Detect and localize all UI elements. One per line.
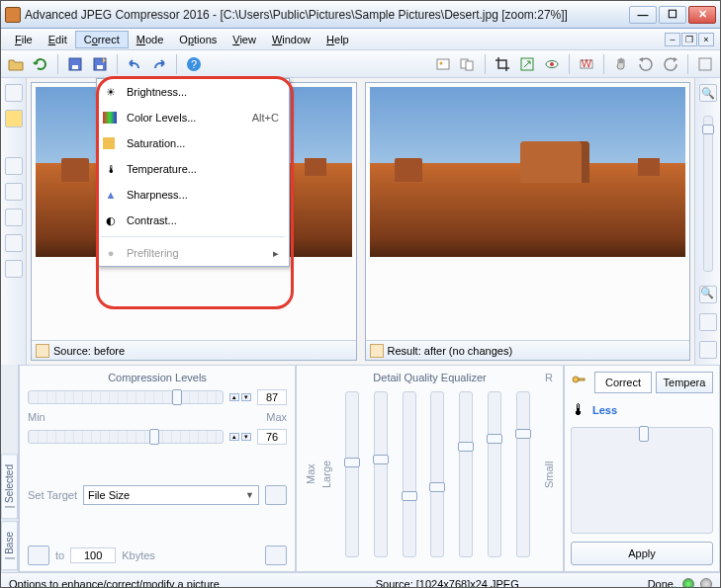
actual-size-icon[interactable] — [699, 341, 717, 359]
open-icon[interactable] — [5, 53, 27, 75]
menu-contrast[interactable]: ◐Contrast... — [97, 208, 289, 233]
compression-value-1[interactable]: 87 — [257, 389, 287, 405]
min-label: Min — [28, 411, 45, 423]
redeye-icon[interactable] — [541, 53, 563, 75]
maximize-button[interactable]: ☐ — [659, 6, 686, 24]
svg-point-16 — [573, 377, 579, 382]
eq-slider-6[interactable] — [488, 391, 501, 557]
target-action-button[interactable] — [265, 485, 287, 505]
save-icon[interactable] — [64, 53, 86, 75]
menu-saturation[interactable]: Saturation... — [97, 130, 289, 156]
svg-point-7 — [440, 61, 443, 64]
bottom-panels: | Selected | Base Compression Levels ▴▾ … — [1, 365, 720, 572]
zoom-out-icon[interactable]: 🔍 — [699, 286, 717, 303]
equalizer-panel: Detail Quality EqualizerR Max Large Smal… — [296, 365, 564, 572]
compression-slider-2[interactable] — [28, 430, 224, 444]
eq-slider-7[interactable] — [516, 391, 530, 557]
save-as-icon[interactable] — [89, 53, 111, 75]
fullscreen-icon[interactable] — [694, 53, 716, 75]
menu-view[interactable]: View — [225, 32, 264, 47]
minimize-button[interactable]: — — [629, 6, 657, 24]
result-image[interactable] — [366, 83, 690, 340]
spin-down-2[interactable]: ▾ — [241, 433, 251, 441]
undo-icon[interactable] — [124, 53, 145, 75]
dock-thumbnails-icon[interactable] — [5, 84, 23, 102]
reload-icon[interactable] — [30, 53, 51, 75]
eq-slider-5[interactable] — [459, 391, 473, 557]
status-done: Done. — [648, 578, 676, 589]
eq-slider-2[interactable] — [374, 391, 388, 557]
resize-icon[interactable] — [516, 53, 538, 75]
watermark-icon[interactable]: W — [576, 53, 597, 75]
submenu-arrow-icon: ▸ — [273, 247, 279, 260]
eq-reset[interactable]: R — [545, 372, 553, 383]
correct-dropdown: ☀Brightness... Color Levels...Alt+C Satu… — [96, 78, 290, 267]
apply-button[interactable]: Apply — [571, 542, 713, 565]
menu-sharpness[interactable]: ▲Sharpness... — [97, 182, 289, 208]
target-size-input[interactable]: 100 — [70, 547, 116, 563]
target-combo[interactable]: File Size▼ — [83, 485, 259, 505]
chevron-down-icon: ▼ — [245, 490, 254, 500]
tab-base[interactable]: | Base — [1, 521, 18, 570]
dock-tool1-icon[interactable] — [5, 157, 23, 175]
brightness-icon: ☀ — [103, 84, 119, 100]
dock-key-icon[interactable] — [5, 110, 23, 127]
result-caption: Result: after (no changes) — [388, 345, 513, 357]
eq-slider-4[interactable] — [430, 391, 444, 557]
close-button[interactable]: ✕ — [688, 6, 716, 24]
zoom-slider[interactable] — [703, 116, 713, 272]
svg-point-12 — [550, 62, 554, 66]
tab-selected[interactable]: | Selected — [1, 454, 18, 519]
status-source: Source: [1024x768]x24 JPEG — [376, 578, 519, 589]
rotate-right-icon[interactable] — [660, 53, 681, 75]
apply-size-button[interactable] — [265, 546, 287, 565]
spin-down-1[interactable]: ▾ — [241, 393, 251, 401]
key-icon — [571, 372, 586, 387]
menu-file[interactable]: File — [7, 32, 41, 47]
crop-icon[interactable] — [492, 53, 513, 75]
dock-tool4-icon[interactable] — [5, 234, 23, 252]
doc-restore-button[interactable]: ❐ — [681, 33, 697, 46]
redo-icon[interactable] — [148, 53, 170, 75]
menu-help[interactable]: Help — [318, 32, 357, 47]
help-icon[interactable]: ? — [183, 53, 205, 75]
left-vertical-tabs: | Selected | Base — [1, 365, 19, 572]
menu-prefiltering[interactable]: ●Prefiltering▸ — [97, 240, 289, 266]
menu-temperature[interactable]: 🌡Temperature... — [97, 156, 289, 182]
doc-close-button[interactable]: × — [698, 33, 714, 46]
left-dock — [1, 78, 27, 365]
copy-image-icon[interactable] — [457, 53, 479, 75]
spin-up-2[interactable]: ▴ — [229, 433, 239, 441]
doc-minimize-button[interactable]: – — [665, 33, 680, 46]
result-pane: Result: after (no changes) — [365, 82, 691, 361]
compression-title: Compression Levels — [28, 372, 287, 383]
temperature-slider[interactable] — [571, 427, 713, 534]
svg-rect-17 — [579, 378, 585, 380]
dock-tool5-icon[interactable] — [5, 260, 23, 278]
eq-title: Detail Quality Equalizer — [373, 372, 486, 383]
menu-options[interactable]: Options — [171, 32, 225, 47]
zoom-in-icon[interactable]: 🔍 — [699, 84, 717, 102]
eq-small-label: Small — [543, 461, 555, 488]
preview-icon[interactable] — [432, 53, 454, 75]
tab-temperature[interactable]: Tempera — [656, 372, 713, 393]
compression-slider-1[interactable] — [28, 390, 224, 404]
dock-tool3-icon[interactable] — [5, 209, 23, 226]
menu-edit[interactable]: Edit — [41, 32, 75, 47]
menu-brightness[interactable]: ☀Brightness... — [97, 79, 289, 105]
menu-color-levels[interactable]: Color Levels...Alt+C — [97, 105, 289, 130]
compression-value-2[interactable]: 76 — [257, 429, 287, 445]
menu-correct[interactable]: Correct — [75, 31, 129, 48]
eq-slider-3[interactable] — [403, 391, 416, 557]
rotate-left-icon[interactable] — [635, 53, 657, 75]
tab-correct[interactable]: Correct — [594, 372, 652, 393]
menu-mode[interactable]: Mode — [129, 32, 172, 47]
dock-tool2-icon[interactable] — [5, 183, 23, 201]
hand-icon[interactable] — [610, 53, 632, 75]
spin-up-1[interactable]: ▴ — [229, 393, 239, 401]
menu-window[interactable]: Window — [264, 32, 318, 47]
fit-window-icon[interactable] — [699, 313, 717, 331]
eq-slider-1[interactable] — [345, 391, 359, 557]
target-tool-button[interactable] — [28, 546, 49, 565]
thermometer-icon: 🌡 — [571, 401, 586, 419]
